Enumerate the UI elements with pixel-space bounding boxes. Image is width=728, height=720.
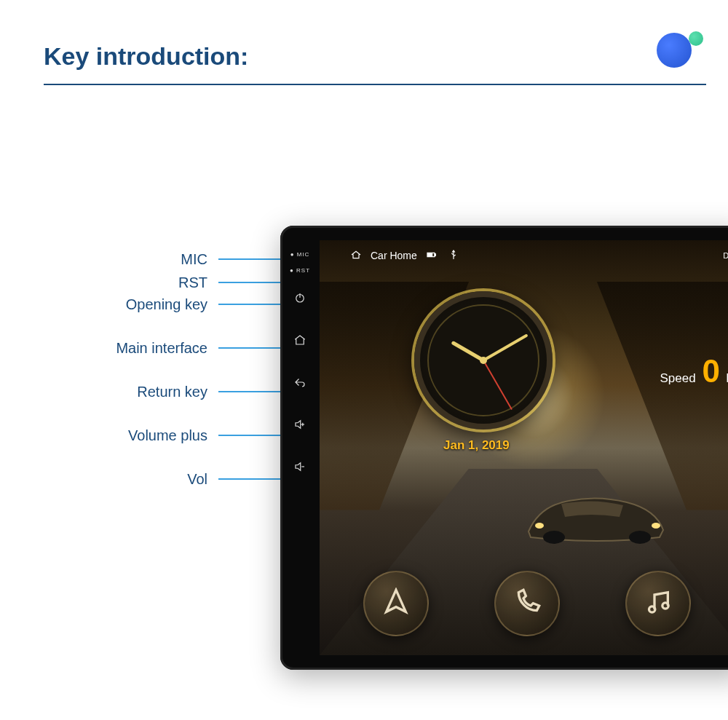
car-graphic [518, 480, 670, 546]
navigation-app-button[interactable] [363, 571, 429, 636]
back-button[interactable] [280, 363, 320, 405]
label-return-key: Return key [0, 384, 207, 400]
label-vol: Vol [0, 471, 207, 488]
bezel-mic-label: ● MIC [290, 246, 310, 262]
speed-value: 0 [702, 353, 719, 389]
battery-icon [424, 249, 439, 263]
usb-icon [446, 249, 461, 263]
phone-app-button[interactable] [494, 571, 560, 636]
phone-icon [513, 588, 542, 620]
app-title: Car Home [371, 250, 417, 261]
navigation-icon [381, 588, 411, 620]
music-icon [644, 588, 673, 620]
page-title: Key introduction: [44, 42, 728, 71]
svg-rect-7 [427, 253, 432, 256]
background-trees [597, 282, 728, 510]
bezel-rst-label: ● RST [290, 262, 310, 278]
speed-widget: Speed 0 km/ [660, 353, 728, 389]
home-button[interactable] [280, 320, 320, 363]
label-main-interface: Main interface [0, 340, 207, 357]
label-mic: MIC [0, 251, 207, 268]
svg-point-13 [649, 606, 655, 612]
volume-down-button[interactable] [280, 447, 320, 489]
touchscreen[interactable]: Car Home DB/s Jan 1, 2019 Speed 0 km/ [320, 240, 728, 655]
music-app-button[interactable] [625, 571, 691, 636]
volume-up-icon [293, 418, 306, 434]
app-dock [363, 571, 691, 636]
date-display: Jan 1, 2019 [443, 438, 510, 453]
clock-second-hand [483, 360, 513, 411]
clock-minute-hand [483, 333, 529, 361]
svg-point-9 [543, 531, 565, 544]
back-icon [293, 376, 306, 392]
volume-down-icon [293, 460, 306, 476]
svg-point-14 [662, 603, 668, 609]
data-rate: DB/s [723, 251, 728, 260]
volume-up-button[interactable] [280, 405, 320, 447]
title-underline [44, 84, 706, 85]
speed-label: Speed [660, 371, 695, 385]
svg-point-11 [535, 523, 544, 529]
status-bar: Car Home DB/s [320, 245, 728, 266]
svg-rect-6 [435, 253, 435, 256]
home-outline-icon [349, 249, 363, 263]
head-unit-device: ● MIC ● RST [280, 226, 728, 670]
label-volume-plus: Volume plus [0, 427, 207, 444]
home-icon [293, 333, 306, 349]
decorative-circles [657, 33, 706, 71]
clock-center [480, 357, 487, 364]
svg-point-10 [629, 531, 651, 544]
analog-clock[interactable] [414, 291, 553, 430]
power-icon [293, 291, 306, 307]
svg-point-12 [652, 523, 660, 529]
label-opening-key: Opening key [0, 296, 207, 313]
power-button[interactable] [280, 278, 320, 320]
label-rst: RST [0, 274, 207, 291]
bezel-button-strip: ● MIC ● RST [280, 226, 320, 670]
